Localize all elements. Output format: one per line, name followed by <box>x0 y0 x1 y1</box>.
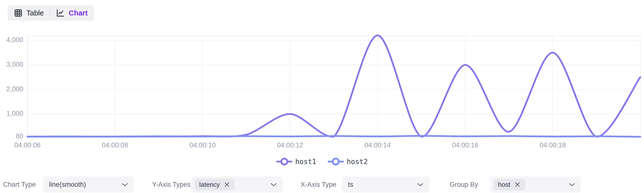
y-axis-tick-label: 3,000 <box>6 61 23 68</box>
x-axis-type-value: ts <box>348 181 353 189</box>
chevron-down-icon <box>270 183 276 186</box>
series-line-host1[interactable] <box>28 35 640 137</box>
legend-marker-icon <box>276 157 292 166</box>
chart-legend: host1host2 <box>0 156 644 167</box>
group-by-select[interactable]: host <box>490 177 581 193</box>
y-axis-tick-label: 4,000 <box>6 36 23 44</box>
x-axis-tick-label: 04:00:06 <box>14 141 40 149</box>
legend-item-host2[interactable]: host2 <box>328 157 368 166</box>
chart-controls: Chart Type line(smooth) Y-Axis Types lat… <box>0 177 644 193</box>
chart-canvas[interactable]: 801,0002,0003,0004,00004:00:0604:00:0804… <box>0 0 644 155</box>
y-axis-types-select[interactable]: latency <box>191 177 282 193</box>
x-axis-tick-label: 04:00:10 <box>190 141 216 149</box>
x-axis-type-label: X-Axis Type <box>300 177 336 193</box>
chevron-down-icon <box>417 183 423 186</box>
y-axis-tick-label: 1,000 <box>6 110 23 117</box>
legend-item-host1[interactable]: host1 <box>276 157 316 166</box>
y-axis-tick-label: 2,000 <box>6 85 23 93</box>
group-by-label: Group By <box>450 177 478 193</box>
group-by-tag-host: host <box>494 179 525 190</box>
chevron-down-icon <box>569 183 575 186</box>
x-axis-tick-label: 04:00:14 <box>364 141 391 149</box>
y-axis-tick-label: 80 <box>16 132 23 140</box>
legend-label: host2 <box>347 158 368 166</box>
chart-type-select[interactable]: line(smooth) <box>43 177 134 193</box>
y-axis-types-label: Y-Axis Types <box>152 177 191 193</box>
remove-tag-icon[interactable] <box>514 181 521 188</box>
x-axis-type-select[interactable]: ts <box>342 177 429 193</box>
x-axis-tick-label: 04:00:16 <box>452 141 478 149</box>
group-by-tag-label: host <box>498 181 510 189</box>
y-axis-tag-latency: latency <box>195 179 235 190</box>
chevron-down-icon <box>122 183 128 186</box>
series-line-host2[interactable] <box>28 136 640 137</box>
legend-label: host1 <box>295 158 316 166</box>
x-axis-tick-label: 04:00:18 <box>540 141 566 149</box>
y-axis-tag-label: latency <box>199 181 220 189</box>
x-axis-tick-label: 04:00:12 <box>277 141 303 149</box>
remove-tag-icon[interactable] <box>224 181 230 188</box>
x-axis-tick-label: 04:00:08 <box>102 141 128 149</box>
legend-marker-icon <box>328 157 344 166</box>
chart-type-value: line(smooth) <box>49 181 86 189</box>
chart-type-label: Chart Type <box>3 177 36 193</box>
